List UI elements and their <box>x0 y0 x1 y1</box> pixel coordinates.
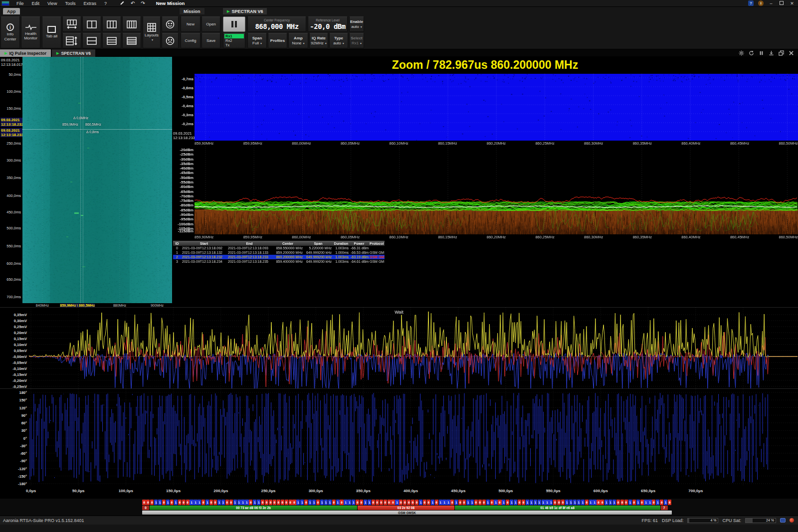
detach-icon[interactable] <box>779 50 784 57</box>
table-row[interactable]: 32021-03-09T12:13:18.2342021-03-09T12:13… <box>173 259 385 264</box>
pause-icon[interactable] <box>759 50 764 57</box>
bit-cell: 1 <box>664 500 667 505</box>
cell-power: -64.61 dBm <box>350 260 369 263</box>
split-columns-resize-button[interactable] <box>62 16 81 32</box>
layouts-button[interactable]: Layouts ▾ <box>143 16 161 48</box>
column-header-id[interactable]: ID <box>173 242 181 245</box>
bit-cell: 0 <box>506 500 509 505</box>
table-row[interactable]: 02021-03-09T12:13:18.0922021-03-09T12:13… <box>173 246 385 250</box>
enable-dropdown[interactable]: Enable auto▾ <box>349 16 364 32</box>
tab-all-button[interactable]: Tab all <box>42 16 61 48</box>
ribbon-tab-app[interactable]: App <box>3 8 20 14</box>
column-header-duration[interactable]: Duration <box>333 242 350 245</box>
record-indicator-icon <box>790 518 794 523</box>
ribbon-tab-mission[interactable]: Mission <box>180 8 204 14</box>
dbm-tick-label: -80dBm <box>180 203 194 207</box>
column-header-power[interactable]: Power <box>350 242 369 245</box>
settings-gear-icon[interactable] <box>739 50 744 57</box>
zoom-spectrogram-canvas[interactable] <box>195 74 798 141</box>
menu-edit[interactable]: Edit <box>32 1 40 6</box>
profiles-button[interactable]: Profiles <box>268 33 287 48</box>
info-center-button[interactable]: i Info Center <box>0 16 20 48</box>
type-value: auto <box>333 41 341 45</box>
edit-pencil-icon[interactable] <box>120 0 125 6</box>
download-icon[interactable] <box>769 50 774 57</box>
bit-cell: 1 <box>217 500 221 505</box>
split-3-rows-button[interactable] <box>102 33 121 48</box>
split-4-rows-button[interactable] <box>122 33 141 48</box>
split-2-rows-button[interactable] <box>82 33 101 48</box>
mission-new-button[interactable]: New <box>181 16 200 32</box>
mission-open-button[interactable]: Open <box>201 16 220 32</box>
close-panel-icon[interactable] <box>789 50 794 57</box>
degree-tick-label: -150° <box>18 474 27 478</box>
maximize-icon[interactable] <box>779 1 785 6</box>
info-icon[interactable]: i <box>758 0 764 6</box>
smiley-happy-button[interactable] <box>162 16 179 32</box>
mission-config-button[interactable]: Config <box>181 33 200 48</box>
column-header-end[interactable]: End <box>227 242 272 245</box>
column-header-start[interactable]: Start <box>181 242 227 245</box>
help-icon[interactable]: ? <box>748 0 754 6</box>
column-header-span[interactable]: Span <box>304 242 333 245</box>
close-icon[interactable]: ✕ <box>789 1 795 6</box>
column-header-protocol[interactable]: Protocol <box>369 242 385 245</box>
waterfall-spectrogram[interactable]: Δ 0,6MHz 859,9MHz 860,5MHz Δ 0,8ms <box>22 57 172 303</box>
column-header-center[interactable]: Center <box>272 242 304 245</box>
rx1-toggle[interactable]: Rx1 <box>224 34 244 38</box>
cell-power: -63.19 dBm <box>350 255 369 259</box>
rx2-toggle[interactable]: Rx2 <box>224 38 244 43</box>
span-dropdown[interactable]: Span Full▾ <box>247 33 267 48</box>
bit-cell: 0 <box>620 500 624 505</box>
center-frequency-label: Center Frequency <box>264 18 290 22</box>
bit-cell: 0 <box>269 500 272 505</box>
iq-waveform-canvas[interactable] <box>29 308 798 389</box>
split-4-columns-button[interactable] <box>122 16 141 32</box>
time-tick-label: 0,0µs <box>26 489 36 493</box>
tab-iq-pulse-inspector[interactable]: ▶IQ Pulse Inspector <box>0 49 51 57</box>
undo-icon[interactable]: ↶ <box>131 1 135 6</box>
split-2-columns-button[interactable] <box>82 16 101 32</box>
menu-file[interactable]: File <box>16 1 24 6</box>
table-row[interactable]: 22021-03-09T12:13:18.2322021-03-09T12:13… <box>173 255 385 259</box>
amp-dropdown[interactable]: Amp None▾ <box>288 33 308 48</box>
grid-icon <box>147 23 157 32</box>
type-dropdown[interactable]: Type auto▾ <box>329 33 348 48</box>
refresh-icon[interactable] <box>749 50 754 57</box>
bit-cell: 1 <box>656 500 659 505</box>
pause-button[interactable] <box>223 16 245 32</box>
redo-icon[interactable]: ↷ <box>141 1 145 6</box>
bit-cell: 0 <box>261 500 264 505</box>
health-monitor-button[interactable]: Health Monitor <box>21 16 40 48</box>
split-3-columns-button[interactable] <box>102 16 121 32</box>
menu-extras[interactable]: Extras <box>83 1 96 6</box>
cell-end: 2021-03-09T12:13:18.235 <box>227 260 272 263</box>
waterfall-spectrogram-canvas[interactable] <box>22 57 172 303</box>
columns-arrow-icon <box>66 19 78 29</box>
mission-save-button[interactable]: Save <box>201 33 220 48</box>
degree-tick-label: -30° <box>20 443 27 448</box>
time-tick-label: 650,0ms <box>6 277 21 282</box>
menu-help[interactable]: ? <box>104 1 107 6</box>
split-rows-resize-button[interactable] <box>62 33 81 48</box>
menu-view[interactable]: View <box>47 1 57 6</box>
menu-tools[interactable]: Tools <box>65 1 75 6</box>
reference-level-control[interactable]: Reference Level -20,0 dBm <box>308 16 348 32</box>
bit-cell: 1 <box>233 500 237 505</box>
zoom-time-tick: -0,5ms <box>182 94 194 99</box>
tx-toggle[interactable]: Tx <box>224 43 244 47</box>
table-row[interactable]: 12021-03-09T12:13:18.1322021-03-09T12:13… <box>173 250 385 255</box>
dsp-load-bar: 4 % <box>687 518 718 523</box>
ribbon-tab-spectran[interactable]: ▶SPECTRAN V6 <box>223 8 267 14</box>
phase-canvas[interactable] <box>29 389 798 487</box>
time-tick-label: 50,0µs <box>72 489 85 493</box>
iq-rate-dropdown[interactable]: IQ Rate 92MHz▾ <box>309 33 328 48</box>
tab-spectran-v6[interactable]: ▶SPECTRAN V6 <box>52 49 95 57</box>
cell-span: 649.999200 kHz <box>304 260 333 263</box>
spectrum-persistence-canvas[interactable] <box>195 147 798 234</box>
minimize-icon[interactable]: – <box>768 1 774 6</box>
center-frequency-control[interactable]: Center Frequency 868,000 MHz <box>247 16 306 32</box>
bit-cell: 0 <box>660 500 663 505</box>
bit-cell: 1 <box>526 500 529 505</box>
smiley-sad-button[interactable] <box>162 33 179 48</box>
